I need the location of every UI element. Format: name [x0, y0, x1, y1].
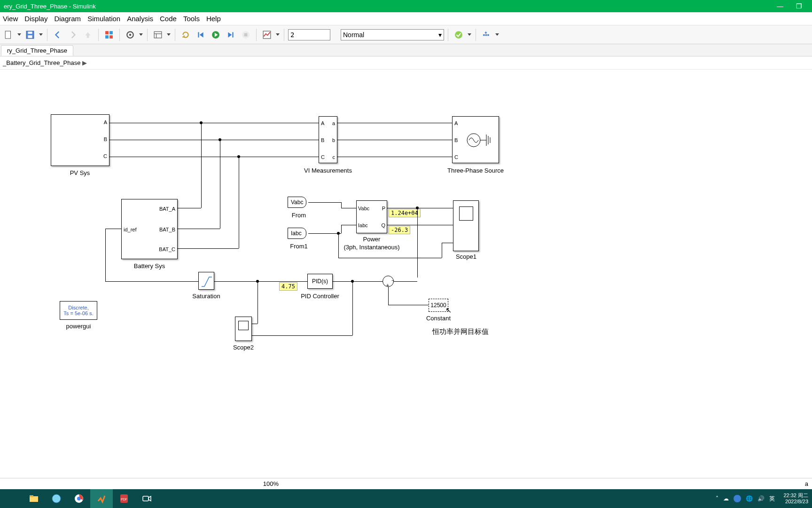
tray-network-icon[interactable]: 🌐 — [746, 495, 753, 502]
build-dropdown[interactable] — [495, 33, 500, 36]
block-label: Scope1 — [456, 253, 476, 260]
svg-rect-13 — [198, 32, 199, 37]
tray-clock[interactable]: 22:32 周二 2022/8/23 — [780, 492, 808, 505]
block-label: PV Sys — [70, 169, 90, 176]
connection-node — [337, 232, 340, 235]
wire — [442, 243, 442, 258]
menu-display[interactable]: Display — [24, 15, 47, 23]
block-from-iabc[interactable]: Iabc — [288, 228, 306, 239]
port-label: A — [321, 120, 324, 126]
title-bar: ery_Grid_Three_Phase - Simulink — ❐ — [0, 0, 812, 12]
minimize-button[interactable]: — — [771, 2, 789, 10]
taskbar-recorder-icon[interactable] — [135, 489, 158, 508]
svg-rect-20 — [483, 34, 484, 35]
block-scope1[interactable] — [453, 200, 479, 251]
save-dropdown[interactable] — [39, 33, 43, 36]
data-inspector-dropdown[interactable] — [275, 33, 280, 36]
library-browser-button[interactable] — [102, 28, 116, 41]
wire — [337, 140, 452, 140]
block-vimeas[interactable]: A B C a b c — [319, 116, 337, 163]
breadcrumb-arrow-icon[interactable]: ▶ — [82, 59, 87, 66]
wire — [109, 123, 319, 123]
update-diagram-button[interactable] — [179, 28, 192, 41]
step-forward-button[interactable] — [224, 28, 237, 41]
signal-value-pid: 4.75 — [279, 282, 297, 291]
simulation-mode-value: Normal — [343, 31, 364, 39]
taskbar-ie-icon[interactable] — [45, 489, 68, 508]
run-button[interactable] — [209, 28, 222, 41]
port-label: A — [104, 119, 107, 125]
step-back-button[interactable] — [194, 28, 207, 41]
taskbar-matlab-icon[interactable] — [90, 489, 113, 508]
menu-tools[interactable]: Tools — [183, 15, 200, 23]
block-battery-sys[interactable]: id_ref BAT_A BAT_B BAT_C — [121, 199, 178, 259]
model-explorer-button[interactable] — [151, 28, 164, 41]
menu-diagram[interactable]: Diagram — [54, 15, 81, 23]
model-advisor-dropdown[interactable] — [467, 33, 472, 36]
port-label: C — [103, 153, 107, 159]
port-label: A — [454, 120, 458, 126]
tray-chevron-icon[interactable]: ˄ — [716, 495, 718, 502]
breadcrumb-bar: _Battery_Grid_Three_Phase ▶ — [0, 56, 812, 70]
config-button[interactable] — [124, 28, 137, 41]
simulation-mode-select[interactable]: Normal▾ — [341, 29, 444, 40]
block-power[interactable]: Vabc Iabc P Q — [356, 200, 387, 233]
menu-simulation[interactable]: Simulation — [87, 15, 120, 23]
breadcrumb-root[interactable]: _Battery_Grid_Three_Phase — [3, 59, 80, 66]
taskbar-start-icon[interactable] — [0, 489, 23, 508]
taskbar-chrome-icon[interactable] — [68, 489, 90, 508]
svg-rect-10 — [154, 32, 162, 38]
back-button[interactable] — [51, 28, 64, 41]
wire — [388, 287, 389, 305]
menu-analysis[interactable]: Analysis — [127, 15, 153, 23]
wire — [388, 305, 429, 305]
tray-volume-icon[interactable]: 🔊 — [757, 495, 765, 502]
saturation-icon — [201, 274, 213, 288]
tray-app-icon[interactable] — [734, 495, 741, 502]
zoom-level[interactable]: 100% — [263, 480, 279, 487]
menu-view[interactable]: View — [3, 15, 18, 23]
tag-text: Iabc — [291, 230, 302, 237]
new-dropdown[interactable] — [17, 33, 22, 36]
block-scope2[interactable] — [235, 317, 252, 341]
menu-help[interactable]: Help — [206, 15, 221, 23]
tray-onedrive-icon[interactable]: ☁ — [723, 495, 729, 502]
block-pvsys[interactable]: A B C — [51, 114, 109, 166]
menu-code[interactable]: Code — [160, 15, 177, 23]
source-icon — [467, 131, 496, 150]
wire — [417, 208, 418, 278]
windows-taskbar: PDF ˄ ☁ 🌐 🔊 英 22:32 周二 2022/8/23 — [0, 489, 812, 508]
stop-time-input[interactable] — [288, 29, 330, 40]
svg-rect-35 — [143, 496, 148, 501]
tray-ime[interactable]: 英 — [769, 495, 775, 503]
data-inspector-button[interactable] — [260, 28, 273, 41]
block-label: VI Measurements — [304, 167, 352, 174]
block-label: From1 — [290, 243, 308, 250]
block-powergui[interactable]: Discrete, Ts = 5e-06 s. — [60, 301, 97, 320]
svg-rect-29 — [30, 495, 33, 497]
build-button[interactable] — [480, 28, 493, 41]
block-saturation[interactable] — [198, 272, 214, 290]
save-button[interactable] — [23, 28, 37, 41]
block-sum[interactable]: − + — [383, 276, 394, 287]
taskbar-explorer-icon[interactable] — [23, 489, 45, 508]
constant-value: 12500 — [430, 302, 446, 309]
model-explorer-dropdown[interactable] — [166, 33, 171, 36]
new-button[interactable] — [2, 28, 15, 41]
model-tab[interactable]: ry_Grid_Three_Phase — [1, 45, 73, 56]
block-pid[interactable]: PID(s) — [307, 274, 333, 289]
block-three-phase-source[interactable]: A B C — [452, 116, 499, 163]
up-button[interactable] — [81, 28, 94, 41]
config-dropdown[interactable] — [139, 33, 143, 36]
taskbar-pdf-icon[interactable]: PDF — [113, 489, 135, 508]
stop-button[interactable] — [239, 28, 252, 41]
maximize-button[interactable]: ❐ — [789, 2, 808, 10]
block-from-vabc[interactable]: Vabc — [288, 197, 306, 208]
model-canvas[interactable]: A B C PV Sys A B C a b c VI Measurements… — [0, 70, 812, 478]
model-advisor-button[interactable] — [452, 28, 465, 41]
wire — [341, 225, 342, 233]
forward-button[interactable] — [66, 28, 79, 41]
block-label: Saturation — [192, 293, 220, 300]
pid-text: PID(s) — [312, 278, 328, 285]
clock-date: 2022/8/23 — [783, 499, 808, 505]
